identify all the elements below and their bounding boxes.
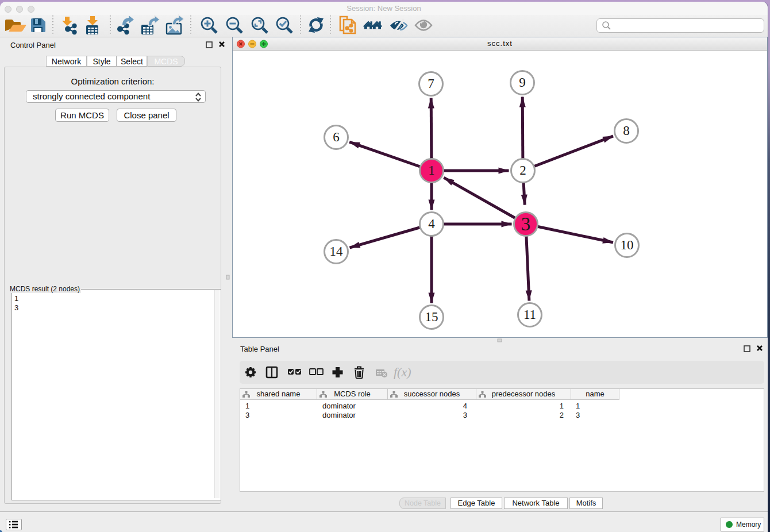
svg-text:8: 8 bbox=[623, 124, 630, 138]
svg-text:11: 11 bbox=[523, 307, 536, 322]
svg-text:3: 3 bbox=[521, 214, 531, 234]
svg-text:f(x): f(x) bbox=[394, 365, 411, 379]
svg-text:10: 10 bbox=[621, 238, 634, 252]
svg-text:14: 14 bbox=[330, 244, 344, 259]
svg-text:6: 6 bbox=[333, 130, 340, 144]
svg-text:1: 1 bbox=[428, 163, 435, 178]
svg-text:15: 15 bbox=[425, 310, 438, 324]
svg-text:7: 7 bbox=[428, 76, 434, 91]
svg-text:9: 9 bbox=[519, 75, 526, 90]
svg-text:2: 2 bbox=[519, 163, 526, 178]
svg-text:4: 4 bbox=[428, 217, 435, 231]
